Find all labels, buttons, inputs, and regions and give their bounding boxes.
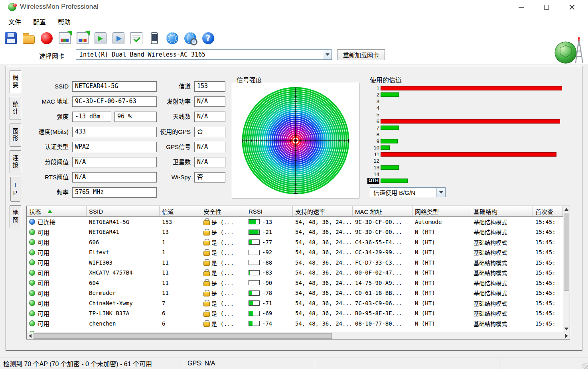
resize-grip[interactable] <box>582 363 588 369</box>
channel-bar <box>381 119 560 124</box>
first-seen-cell: 15:45: <box>533 310 563 316</box>
menu-item-1[interactable]: 配置 <box>27 15 52 28</box>
status-section-corner <box>501 357 588 369</box>
table-row-0[interactable]: 已连接NETGEAR41-5G153是 (...-1354, 48, 36, 2… <box>27 217 563 227</box>
globe-icon <box>166 32 178 44</box>
close-button[interactable] <box>559 0 585 14</box>
ssid-cell: NETGEAR41 <box>87 229 160 235</box>
rssi-value: -13 <box>262 219 272 225</box>
channel-usage-select[interactable]: 信道使用 B/G/N <box>370 187 446 197</box>
app-icon <box>8 3 16 11</box>
export-left-button[interactable] <box>91 29 109 47</box>
column-header-1[interactable]: SSID <box>87 206 160 216</box>
menu-item-2[interactable]: 帮助 <box>52 15 77 28</box>
security-label: 是 (... <box>211 320 234 328</box>
column-header-label: 网络类型 <box>415 207 439 216</box>
rssi-bar <box>249 260 260 265</box>
minimize-button[interactable] <box>508 0 534 14</box>
menu-item-0[interactable]: 文件 <box>2 15 27 28</box>
column-header-0[interactable]: 状态 <box>27 206 87 216</box>
security-label: 是 (... <box>211 299 234 307</box>
table-row-9[interactable]: 可用TP-LINK_B37A6是 (...-6954, 48, 36, 24..… <box>27 308 563 319</box>
table-row-11[interactable] <box>27 329 563 332</box>
channel-usage-dropdown-button[interactable] <box>436 188 445 197</box>
field-left-label: MAC 地址 <box>12 96 72 107</box>
ap-table: 状态SSID信道安全性RSSI支持的速率MAC 地址网络类型基础结构首次查 已连… <box>26 206 570 340</box>
column-header-label: RSSI <box>249 208 262 215</box>
field-left-value2: 96 % <box>114 112 157 122</box>
app-logo <box>554 37 586 65</box>
adapter-select-dropdown-button[interactable] <box>323 50 331 59</box>
note-check-button[interactable] <box>127 29 145 47</box>
help-button[interactable] <box>199 29 217 47</box>
scroll-up-button[interactable] <box>563 206 570 212</box>
rssi-bar-fill <box>249 301 253 305</box>
rssi-cell: -77 <box>246 239 293 245</box>
column-header-8[interactable]: 基础结构 <box>471 206 533 216</box>
column-header-5[interactable]: 支持的速率 <box>293 206 353 216</box>
column-header-3[interactable]: 安全性 <box>201 206 246 216</box>
title-bar: WirelessMon Professional <box>0 0 588 14</box>
vertical-scroll-thumb[interactable] <box>564 213 569 291</box>
first-seen-cell: 15:45: <box>533 300 563 306</box>
save-button[interactable] <box>2 29 20 47</box>
maximize-icon <box>544 5 549 10</box>
globe-search-button[interactable] <box>181 29 199 47</box>
vertical-scrollbar[interactable] <box>563 206 570 332</box>
field-right-row-0: 信道153 <box>156 81 225 92</box>
rates-cell: 54, 48, 36, 24... <box>293 290 353 296</box>
export-right-button[interactable] <box>109 29 127 47</box>
table-row-10[interactable]: 可用chenchen6是 (...-7454, 48, 36, 24...08-… <box>27 318 563 329</box>
status-cell: 可用 <box>27 299 87 307</box>
adapter-select-value: Intel(R) Dual Band Wireless-AC 3165 <box>76 51 323 58</box>
horizontal-scroll-thumb[interactable] <box>34 333 332 339</box>
infrastructure-cell: 基础结构模式 <box>471 289 533 297</box>
rssi-value: -69 <box>262 310 272 316</box>
field-right-label: 卫星数 <box>156 157 194 167</box>
side-tab-6[interactable]: 地图 <box>10 205 21 228</box>
table-row-1[interactable]: 可用NETGEAR4113是 (...-2154, 48, 36, 24...9… <box>27 227 563 237</box>
reload-adapter-button[interactable]: 重新加载网卡 <box>337 49 385 60</box>
maximize-button[interactable] <box>534 0 559 14</box>
scroll-left-button[interactable] <box>27 333 33 339</box>
channel-row-6: 6 <box>367 118 573 125</box>
field-left-value: N/A <box>72 172 157 183</box>
channel-label: 8 <box>367 132 379 137</box>
column-header-2[interactable]: 信道 <box>160 206 201 216</box>
column-header-7[interactable]: 网络类型 <box>412 206 471 216</box>
status-label: 可用 <box>37 248 49 257</box>
infrastructure-cell: 基础结构模式 <box>471 320 533 328</box>
adapter-select[interactable]: Intel(R) Dual Band Wireless-AC 3165 <box>76 49 332 60</box>
globe-button[interactable] <box>163 29 181 47</box>
table-row-3[interactable]: 可用Elfevt1是 (...-9254, 48, 36, 24...CC-34… <box>27 247 563 258</box>
open-button[interactable] <box>20 29 37 47</box>
window-title: WirelessMon Professional <box>20 3 99 11</box>
column-header-label: 基础结构 <box>474 207 497 216</box>
copy-graph-button[interactable] <box>55 29 73 47</box>
copy-chart-button[interactable] <box>73 29 91 47</box>
ssid-cell: XHCATV_4757B4 <box>87 269 160 276</box>
ssid-cell: chenchen <box>87 320 160 327</box>
available-status-icon <box>29 239 35 245</box>
mobile-button[interactable] <box>145 29 163 47</box>
security-label: 是 (... <box>211 269 234 277</box>
horizontal-scrollbar[interactable] <box>27 332 570 339</box>
column-header-4[interactable]: RSSI <box>246 206 293 216</box>
table-row-5[interactable]: 可用XHCATV_4757B411是 (...-8354, 48, 36, 24… <box>27 268 563 278</box>
field-left-label: 分段阈值 <box>12 157 72 167</box>
table-row-6[interactable]: 可用60411是 (...-9054, 48, 36, 24...14-75-9… <box>27 278 563 288</box>
column-header-6[interactable]: MAC 地址 <box>353 206 412 216</box>
globe-search-icon <box>184 32 196 44</box>
infrastructure-cell: 基础结构模式 <box>471 228 533 236</box>
security-cell: 是 (... <box>201 279 246 287</box>
table-row-8[interactable]: 可用ChinaNet-Xwmy7是 (...-7154, 48, 36, 24.… <box>27 298 563 308</box>
table-row-7[interactable]: 可用Bermuder11是 (...-7854, 48, 36, 24...C0… <box>27 288 563 298</box>
table-row-4[interactable]: 可用WIFI30311是 (...-8854, 48, 36, 24...FC-… <box>27 257 563 268</box>
scroll-down-button[interactable] <box>563 326 570 332</box>
column-header-9[interactable]: 首次查 <box>533 206 563 216</box>
rssi-cell: -92 <box>246 249 293 255</box>
scroll-right-button[interactable] <box>563 333 570 339</box>
table-row-2[interactable]: 可用6061是 (...-7754, 48, 36, 24...C4-36-55… <box>27 237 563 247</box>
channel-chart: 1234567891011121314OTH <box>367 85 573 184</box>
record-button[interactable] <box>37 29 55 47</box>
